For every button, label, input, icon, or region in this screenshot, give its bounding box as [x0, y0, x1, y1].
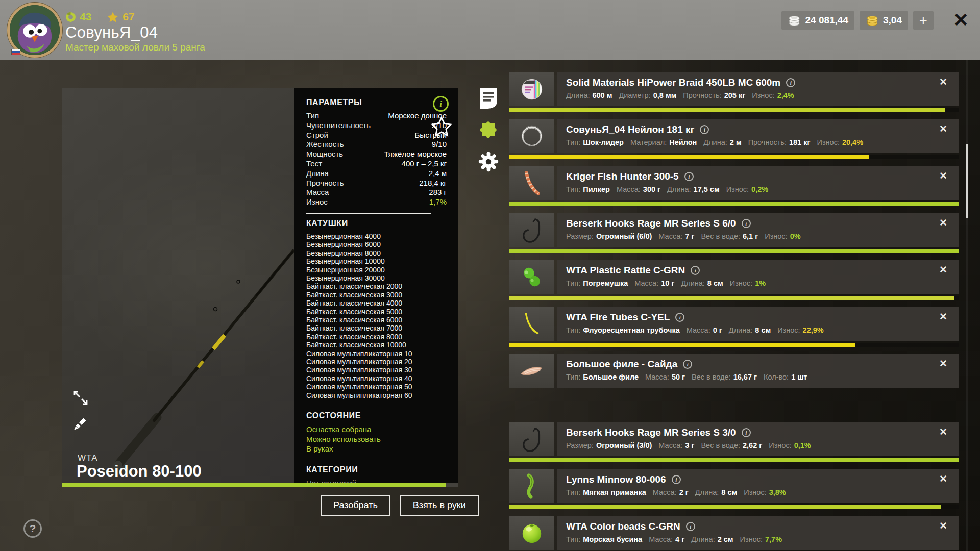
info-icon[interactable]: i: [675, 313, 684, 322]
item-row[interactable]: WTA Plastic Rattle C-GRN i Тип:Погремушк…: [509, 260, 959, 294]
item-stats: Тип:Большое филе Масса:50 г Вес в воде:1…: [566, 373, 959, 381]
item-stat: Прочность:205 кг: [683, 91, 745, 99]
reel-row: Байткаст. классическая 2000: [306, 282, 447, 290]
reel-row: Силовая мультипликаторная 20: [306, 358, 447, 366]
item-name: Berserk Hooks Rage MR Series S 3/0: [566, 427, 736, 438]
remove-item-icon[interactable]: ✕: [939, 217, 947, 229]
item-stat: Длина:8 см: [729, 326, 771, 334]
info-icon[interactable]: i: [686, 522, 695, 531]
remove-item-icon[interactable]: ✕: [939, 76, 947, 88]
item-stat: Вес в воде:16,67 г: [692, 373, 757, 381]
inventory-item: Kriger Fish Hunter 300-5 i Тип:Пилкер: [509, 166, 959, 206]
reel-row: Силовая мультипликаторная 10: [306, 349, 447, 358]
remove-item-icon[interactable]: ✕: [939, 426, 947, 438]
item-stats: Размер:Огромный (6/0) Масса:7 г Вес в во…: [566, 232, 959, 240]
help-button[interactable]: ?: [23, 519, 42, 538]
divider: [306, 213, 431, 214]
silver-balance-chip[interactable]: 24 081,44: [781, 11, 854, 30]
item-stat: Износ:1%: [730, 279, 766, 287]
item-row[interactable]: Berserk Hooks Rage MR Series S 3/0 i Раз…: [509, 422, 959, 456]
remove-item-icon[interactable]: ✕: [939, 123, 947, 135]
remove-item-icon[interactable]: ✕: [939, 520, 947, 532]
state-list: Оснастка собрана Можно использовать В ру…: [306, 424, 447, 454]
info-icon[interactable]: i: [683, 360, 692, 369]
item-row[interactable]: СовуньЯ_04 Нейлон 181 кг i Тип:Шок-лидер: [509, 119, 959, 153]
silver-coins-icon: [788, 15, 801, 26]
inventory-item: WTA Plastic Rattle C-GRN i Тип:Погремушк…: [509, 260, 959, 300]
baitcoin-balance[interactable]: 43: [65, 11, 91, 23]
nylon-loop-icon: [509, 119, 554, 153]
item-durability-bar: [509, 249, 959, 253]
edit-pencil-icon[interactable]: [72, 416, 89, 434]
remove-item-icon[interactable]: ✕: [939, 473, 947, 485]
owl-avatar-image: [10, 5, 60, 55]
info-icon[interactable]: i: [742, 428, 751, 437]
info-icon[interactable]: i: [691, 266, 700, 275]
info-icon[interactable]: i: [684, 172, 694, 181]
param-row: Строй Быстрый: [306, 131, 447, 140]
items-group-top: Solid Materials HiPower Braid 450LB MC 6…: [509, 72, 959, 388]
add-funds-button[interactable]: +: [913, 11, 934, 30]
item-stat: Длина:8 см: [695, 488, 737, 496]
item-row[interactable]: Solid Materials HiPower Braid 450LB MC 6…: [509, 72, 959, 106]
param-row: Жёсткость 9/10: [306, 140, 447, 149]
info-icon[interactable]: i: [672, 475, 681, 484]
item-durability-bar: [509, 155, 959, 159]
param-row: Износ 1,7%: [306, 197, 447, 207]
scrollbar-thumb[interactable]: [966, 144, 968, 218]
reel-row: Безынерционная 6000: [306, 240, 447, 248]
item-stat: Износ:0,1%: [769, 441, 811, 449]
item-detail-panel: WTA Poseidon 80-100 i ПАРАМЕТРЫ Тип Морс…: [62, 88, 458, 487]
item-row[interactable]: Lynns Minnow 80-006 i Тип:Мягкая приманк…: [509, 469, 959, 503]
info-icon[interactable]: i: [700, 125, 709, 134]
param-row: Тест 400 г – 2,5 кг: [306, 159, 447, 169]
close-screen-icon[interactable]: ✕: [953, 11, 969, 30]
color-bead-icon: [509, 516, 554, 550]
item-stat: Материал:Нейлон: [630, 138, 697, 146]
remove-item-icon[interactable]: ✕: [939, 170, 947, 182]
disassemble-button[interactable]: Разобрать: [321, 495, 390, 516]
rod-name: Poseidon 80-100: [77, 462, 202, 481]
remove-item-icon[interactable]: ✕: [939, 264, 947, 276]
item-stats: Тип:Погремушка Масса:10 г Длина:8 см: [566, 279, 959, 287]
remove-item-icon[interactable]: ✕: [939, 311, 947, 322]
reel-row: Силовая мультипликаторная 40: [306, 374, 447, 383]
reel-row: Байткаст. классическая 5000: [306, 308, 447, 316]
take-in-hands-button[interactable]: Взять в руки: [400, 495, 479, 516]
star-balance[interactable]: 67: [107, 11, 134, 23]
reel-row: Байткаст. классическая 7000: [306, 324, 447, 332]
item-durability-bar: [509, 343, 959, 347]
info-icon[interactable]: i: [433, 96, 449, 112]
item-stat: Износ:0,2%: [726, 185, 768, 193]
gold-balance-chip[interactable]: 3,04: [860, 11, 908, 30]
favorite-star-icon[interactable]: [431, 116, 452, 137]
player-block: 43 67 СовуньЯ_04 Мастер маховой ловли 5 …: [65, 10, 205, 53]
item-row[interactable]: Kriger Fish Hunter 300-5 i Тип:Пилкер: [509, 166, 959, 200]
settings-icon[interactable]: [477, 150, 500, 173]
item-row[interactable]: Большое филе - Сайда i Тип:Большое филе: [509, 354, 959, 388]
params-panel: i ПАРАМЕТРЫ Тип Морское донное Чувствите…: [294, 88, 458, 483]
star-icon: [107, 11, 119, 23]
remove-item-icon[interactable]: ✕: [939, 358, 947, 369]
item-stat: Тип:Шок-лидер: [566, 138, 624, 146]
item-row[interactable]: Berserk Hooks Rage MR Series S 6/0 i Раз…: [509, 213, 959, 247]
notes-icon[interactable]: [477, 87, 500, 110]
info-icon[interactable]: i: [742, 219, 751, 228]
puzzle-icon[interactable]: [477, 118, 500, 142]
param-row: Тип Морское донное: [306, 111, 447, 121]
item-stat: Износ:7,7%: [740, 535, 782, 543]
reel-row: Силовая мультипликаторная 50: [306, 383, 447, 391]
info-icon[interactable]: i: [786, 78, 795, 87]
item-stat: Масса:2 г: [653, 488, 689, 496]
reel-row: Силовая мультипликаторная 30: [306, 366, 447, 374]
item-row[interactable]: WTA Fire Tubes C-YEL i Тип:Флуоресцентна…: [509, 307, 959, 341]
item-name: WTA Plastic Rattle C-GRN: [566, 265, 685, 276]
pilker-icon: [509, 166, 554, 200]
item-row[interactable]: WTA Color beads C-GRN i Тип:Морская буси…: [509, 516, 959, 550]
scrollbar-track[interactable]: [966, 60, 968, 551]
item-name: Solid Materials HiPower Braid 450LB MC 6…: [566, 77, 780, 88]
item-durability-bar: [509, 202, 959, 206]
item-stat: Тип:Морская бусина: [566, 535, 642, 543]
categories-title: КАТЕГОРИИ: [306, 465, 447, 474]
expand-icon[interactable]: [72, 390, 89, 408]
